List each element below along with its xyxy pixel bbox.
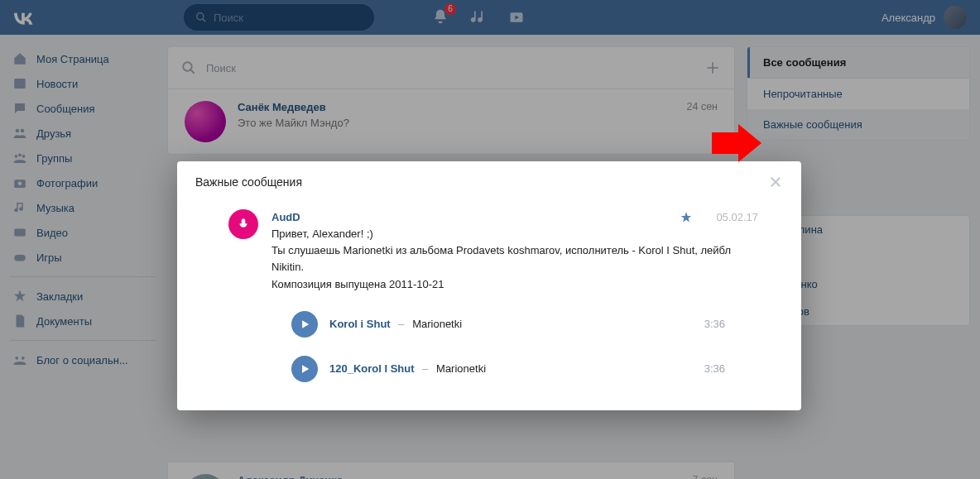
audio-attachment[interactable]: Korol i Shut – Marionetki 3:36: [271, 311, 758, 338]
audio-duration: 3:36: [704, 316, 725, 333]
important-messages-modal: Важные сообщения AudD 05.02.17 Привет, A…: [177, 161, 801, 410]
modal-title: Важные сообщения: [195, 175, 302, 189]
star-icon[interactable]: [680, 211, 693, 224]
audio-title: Marionetki: [412, 318, 462, 330]
message-sender[interactable]: AudD: [271, 209, 300, 226]
sender-avatar[interactable]: [228, 209, 258, 239]
message-item: AudD 05.02.17 Привет, Alexander! ;) Ты с…: [177, 209, 801, 382]
close-button[interactable]: [768, 175, 783, 189]
message-date: 05.02.17: [716, 209, 758, 226]
message-text-line: Композиция выпущена 2011-10-21: [271, 276, 758, 293]
audio-artist[interactable]: Korol i Shut: [329, 318, 391, 330]
message-text-line: Ты слушаешь Marionetki из альбома Prodav…: [271, 242, 758, 275]
audio-title: Marionetki: [436, 362, 486, 375]
microphone-icon: [236, 217, 251, 232]
play-button[interactable]: [291, 356, 318, 382]
audio-duration: 3:36: [704, 361, 725, 377]
audio-attachment[interactable]: 120_Korol I Shut – Marionetki 3:36: [271, 356, 758, 382]
play-button[interactable]: [291, 311, 318, 338]
message-text-line: Привет, Alexander! ;): [271, 226, 758, 242]
audio-artist[interactable]: 120_Korol I Shut: [329, 362, 415, 375]
